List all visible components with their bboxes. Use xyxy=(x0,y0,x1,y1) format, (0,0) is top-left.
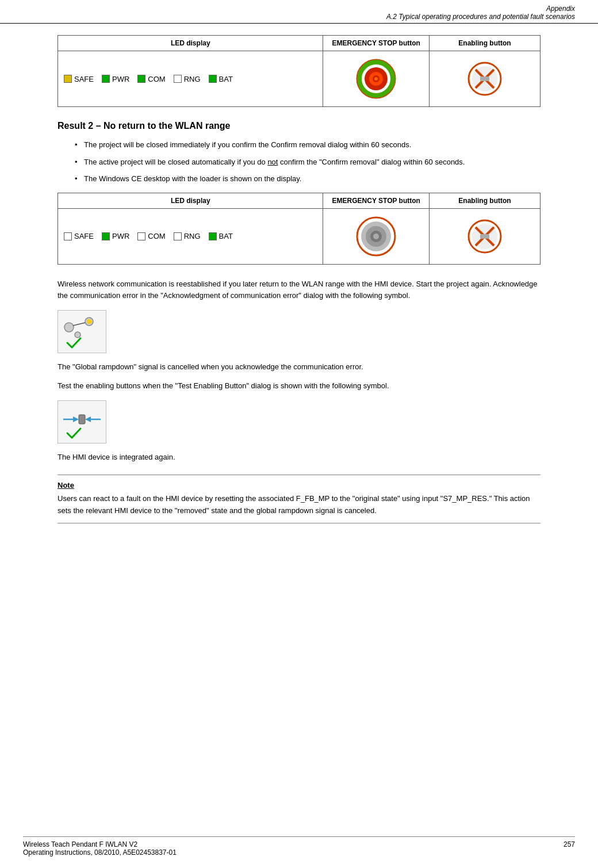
symbol-comm-error xyxy=(57,310,106,353)
estop2-container xyxy=(329,213,423,259)
symbol-enabling-test xyxy=(57,400,106,443)
led2-bat-indicator xyxy=(209,232,217,240)
svg-point-24 xyxy=(75,332,80,338)
table1-estop-cell xyxy=(323,51,430,107)
led2-rng: RNG xyxy=(174,232,201,240)
footer-doc-info: Operating Instructions, 08/2010, A5E0245… xyxy=(23,848,177,856)
header-title: Appendix xyxy=(23,5,575,13)
led2-pwr: PWR xyxy=(102,232,129,240)
page-footer: Wireless Teach Pendant F IWLAN V2 Operat… xyxy=(23,836,575,856)
table2-col2-header: EMERGENCY STOP button xyxy=(323,193,430,208)
body-text-3: Test the enabling buttons when the "Test… xyxy=(57,380,540,392)
svg-marker-27 xyxy=(73,416,79,422)
enabling-container xyxy=(435,56,534,102)
bullet-3-text: The Windows CE desktop with the loader i… xyxy=(84,174,301,183)
enabling-test-svg xyxy=(60,403,103,441)
led-bat: BAT xyxy=(209,75,233,83)
bullet-3: The Windows CE desktop with the loader i… xyxy=(75,173,540,185)
led-bat-indicator xyxy=(209,75,217,83)
led-rng-label: RNG xyxy=(184,75,201,83)
svg-rect-20 xyxy=(480,234,489,239)
bullet-2-text: The active project will be closed automa… xyxy=(84,158,465,166)
enabling2-svg xyxy=(467,219,502,254)
table1-col2-header: EMERGENCY STOP button xyxy=(323,36,430,51)
table1-led-cell: SAFE PWR COM RNG xyxy=(58,51,323,107)
table1: LED display EMERGENCY STOP button Enabli… xyxy=(57,35,540,107)
led-com-label: COM xyxy=(148,75,165,83)
led-safe-indicator xyxy=(64,75,72,83)
footer-page-number: 257 xyxy=(564,840,575,856)
comm-error-svg xyxy=(60,313,103,350)
led2-com: COM xyxy=(137,232,165,240)
body-text-4: The HMI device is integrated again. xyxy=(57,452,540,464)
svg-point-15 xyxy=(373,234,379,239)
led2-com-indicator xyxy=(137,232,145,240)
led2-pwr-indicator xyxy=(102,232,110,240)
led-rng: RNG xyxy=(174,75,201,83)
table2-led-cell: SAFE PWR COM RNG xyxy=(58,208,323,264)
led2-bat-label: BAT xyxy=(219,232,233,240)
estop-container xyxy=(329,56,423,102)
result2-bullets: The project will be closed immediately i… xyxy=(75,139,540,185)
estop2-svg xyxy=(356,216,396,257)
led-com: COM xyxy=(137,75,165,83)
table2-col1-header: LED display xyxy=(58,193,323,208)
estop-svg xyxy=(356,59,396,99)
table1-enabling-cell xyxy=(430,51,540,107)
led2-bat: BAT xyxy=(209,232,233,240)
led-pwr: PWR xyxy=(102,75,129,83)
led-safe-label: SAFE xyxy=(74,75,94,83)
body-text-2: The "Global rampdown" signal is cancelle… xyxy=(57,361,540,373)
note-section: Note Users can react to a fault on the H… xyxy=(57,475,540,523)
enabling-svg xyxy=(467,62,502,96)
led-pwr-label: PWR xyxy=(112,75,129,83)
svg-line-23 xyxy=(73,323,85,326)
not-underline: not xyxy=(267,158,278,166)
svg-point-25 xyxy=(87,319,91,324)
led-rng-indicator xyxy=(174,75,182,83)
led2-com-label: COM xyxy=(148,232,165,240)
led2-safe-label: SAFE xyxy=(74,232,94,240)
led-indicators-row1: SAFE PWR COM RNG xyxy=(64,69,317,89)
svg-rect-30 xyxy=(79,415,85,424)
page-header: Appendix A.2 Typical operating procedure… xyxy=(0,0,598,24)
led2-rng-indicator xyxy=(174,232,182,240)
led-safe: SAFE xyxy=(64,75,94,83)
table2: LED display EMERGENCY STOP button Enabli… xyxy=(57,193,540,265)
bullet-1: The project will be closed immediately i… xyxy=(75,139,540,151)
main-content: LED display EMERGENCY STOP button Enabli… xyxy=(0,24,598,558)
led-com-indicator xyxy=(137,75,145,83)
led2-safe: SAFE xyxy=(64,232,94,240)
result2-heading: Result 2 – No return to the WLAN range xyxy=(57,121,540,131)
note-label: Note xyxy=(57,481,540,490)
enabling2-container xyxy=(435,213,534,259)
table1-col3-header: Enabling button xyxy=(430,36,540,51)
table-row: SAFE PWR COM RNG xyxy=(58,51,540,107)
led-indicators-row2: SAFE PWR COM RNG xyxy=(64,226,317,246)
header-subtitle: A.2 Typical operating procedures and pot… xyxy=(23,13,575,21)
svg-point-21 xyxy=(64,323,74,332)
note-text: Users can react to a fault on the HMI de… xyxy=(57,493,540,517)
led-pwr-indicator xyxy=(102,75,110,83)
bullet-1-text: The project will be closed immediately i… xyxy=(84,140,411,149)
table1-col1-header: LED display xyxy=(58,36,323,51)
led-bat-label: BAT xyxy=(219,75,233,83)
table2-col3-header: Enabling button xyxy=(430,193,540,208)
footer-product: Wireless Teach Pendant F IWLAN V2 xyxy=(23,840,177,848)
svg-point-5 xyxy=(374,77,378,81)
table-row: SAFE PWR COM RNG xyxy=(58,208,540,264)
bullet-2: The active project will be closed automa… xyxy=(75,156,540,168)
footer-left: Wireless Teach Pendant F IWLAN V2 Operat… xyxy=(23,840,177,856)
svg-marker-29 xyxy=(85,416,91,422)
led2-pwr-label: PWR xyxy=(112,232,129,240)
body-text-1: Wireless network communication is reesta… xyxy=(57,278,540,303)
led2-rng-label: RNG xyxy=(184,232,201,240)
table2-enabling-cell xyxy=(430,208,540,264)
svg-rect-10 xyxy=(480,77,489,81)
table2-estop-cell xyxy=(323,208,430,264)
led2-safe-indicator xyxy=(64,232,72,240)
